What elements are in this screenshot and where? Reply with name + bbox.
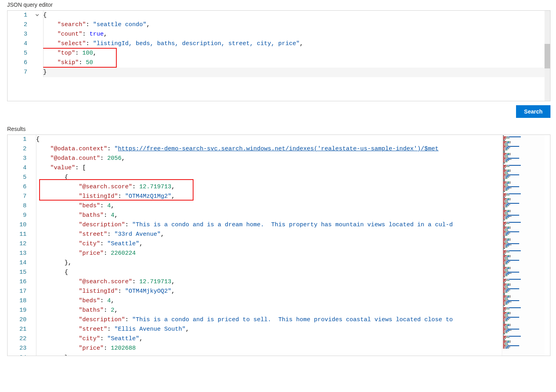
code-line: "search": "seattle condo", [43, 20, 550, 30]
query-editor[interactable]: 1234567 { "search": "seattle condo", "co… [7, 10, 550, 101]
code-line: "value": [ [36, 163, 550, 173]
results-label: Results [0, 124, 556, 134]
query-code[interactable]: { "search": "seattle condo", "count": tr… [43, 11, 550, 101]
code-line: "street": "Ellis Avenue South", [36, 325, 550, 334]
code-line: "price": 1202688 [36, 344, 550, 353]
code-line: "description": "This is a condo and is a… [36, 220, 550, 230]
code-line: "@odata.count": 2056, [36, 154, 550, 163]
code-line: "beds": 4, [36, 201, 550, 211]
code-line: "@search.score": 12.719713, [36, 182, 550, 192]
chevron-down-icon[interactable] [34, 12, 40, 18]
code-line: { [36, 135, 550, 144]
code-line: }, [36, 258, 550, 268]
code-line: "city": "Seattle", [36, 334, 550, 344]
results-viewer[interactable]: 123456789101112131415161718192021222324 … [7, 134, 550, 356]
query-editor-label: JSON query editor [0, 0, 556, 9]
code-line: "count": true, [43, 30, 550, 39]
code-line: "listingId": "OTM4MzQ1Mg2", [36, 192, 550, 201]
code-line: { [36, 268, 550, 277]
results-code[interactable]: { "@odata.context": "https://free-demo-s… [36, 135, 550, 356]
code-line: "top": 100, [43, 49, 550, 58]
code-line: } [43, 68, 550, 77]
code-line: { [36, 173, 550, 182]
query-gutter: 1234567 [8, 11, 34, 101]
code-line: "city": "Seattle", [36, 239, 550, 249]
code-line: }, [36, 353, 550, 356]
code-line: "listingId": "OTM4MjkyOQ2", [36, 287, 550, 296]
code-line: "description": "This is a condo and is p… [36, 315, 550, 325]
query-scrollbar-track[interactable] [545, 11, 550, 101]
code-line: { [43, 11, 550, 20]
code-line: "beds": 4, [36, 296, 550, 306]
fold-column [34, 11, 43, 101]
code-line: "baths": 4, [36, 211, 550, 220]
search-button[interactable]: Search [516, 105, 550, 118]
code-line: "street": "33rd Avenue", [36, 230, 550, 239]
code-line: "@odata.context": "https://free-demo-sea… [36, 144, 550, 154]
code-line: "@search.score": 12.719713, [36, 277, 550, 287]
code-line: "select": "listingId, beds, baths, descr… [43, 39, 550, 49]
code-line: "skip": 50 [43, 58, 550, 68]
results-minimap[interactable] [502, 135, 545, 356]
code-line: "price": 2260224 [36, 249, 550, 258]
code-line: "baths": 2, [36, 306, 550, 315]
results-gutter: 123456789101112131415161718192021222324 [8, 135, 36, 356]
query-scrollbar-thumb[interactable] [545, 44, 550, 68]
